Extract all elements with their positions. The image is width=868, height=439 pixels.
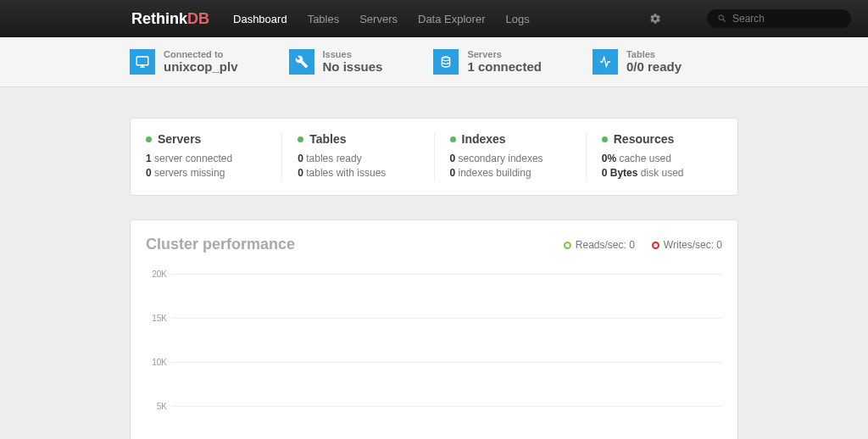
- col-indexes: Indexes 0 secondary indexes 0 indexes bu…: [435, 132, 587, 181]
- col-servers-title: Servers: [158, 132, 201, 146]
- status-servers-label: Servers: [467, 49, 542, 59]
- col-servers: Servers 1 server connected 0 servers mis…: [146, 132, 282, 181]
- status-dot-icon: [146, 136, 152, 142]
- search-wrap[interactable]: [707, 9, 851, 28]
- legend-reads: Reads/sec: 0: [576, 239, 635, 251]
- status-dot-icon: [450, 136, 456, 142]
- status-connected-label: Connected to: [164, 49, 238, 59]
- nav-tables[interactable]: Tables: [308, 13, 340, 25]
- monitor-icon: [130, 49, 155, 75]
- ytick: 5K: [147, 402, 167, 411]
- status-dot-icon: [298, 136, 303, 142]
- status-connected: Connected to unixcop_plv: [130, 49, 238, 75]
- ytick: 10K: [147, 358, 167, 367]
- legend-dot-writes: [652, 242, 659, 249]
- search-icon: [717, 14, 727, 24]
- col-resources-title: Resources: [614, 132, 675, 146]
- nav-servers[interactable]: Servers: [359, 13, 398, 25]
- summary-card: Servers 1 server connected 0 servers mis…: [130, 118, 738, 196]
- status-servers: Servers 1 connected: [433, 49, 542, 75]
- brand-b: DB: [187, 10, 209, 27]
- nav-logs[interactable]: Logs: [505, 13, 529, 25]
- legend-writes: Writes/sec: 0: [664, 239, 722, 251]
- status-issues: Issues No issues: [289, 49, 383, 75]
- perf-legend: Reads/sec: 0 Writes/sec: 0: [564, 239, 722, 251]
- status-tables-value: 0/0 ready: [626, 59, 682, 74]
- col-indexes-title: Indexes: [462, 132, 506, 146]
- status-connected-value: unixcop_plv: [164, 59, 238, 74]
- status-dot-icon: [602, 136, 608, 142]
- gear-icon[interactable]: [649, 13, 661, 25]
- wrench-icon: [289, 49, 314, 75]
- perf-chart: 20K 15K 10K 5K: [146, 265, 722, 439]
- brand-a: Rethink: [131, 10, 187, 27]
- ytick: 20K: [147, 270, 167, 279]
- perf-card: Cluster performance Reads/sec: 0 Writes/…: [130, 220, 738, 439]
- legend-dot-reads: [564, 242, 571, 249]
- col-tables-title: Tables: [309, 132, 346, 146]
- brand-logo: RethinkDB: [131, 10, 209, 28]
- nav-data-explorer[interactable]: Data Explorer: [418, 13, 485, 25]
- perf-title: Cluster performance: [146, 236, 295, 253]
- status-tables: Tables 0/0 ready: [593, 49, 682, 75]
- database-icon: [433, 49, 459, 75]
- col-tables: Tables 0 tables ready 0 tables with issu…: [282, 132, 434, 181]
- status-strip: Connected to unixcop_plv Issues No issue…: [0, 37, 868, 87]
- status-issues-value: No issues: [323, 59, 383, 74]
- search-input[interactable]: [732, 13, 841, 25]
- status-issues-label: Issues: [323, 49, 383, 59]
- status-servers-value: 1 connected: [467, 59, 542, 74]
- nav-dashboard[interactable]: Dashboard: [233, 13, 287, 25]
- topbar: RethinkDB Dashboard Tables Servers Data …: [0, 0, 868, 37]
- pulse-icon: [593, 49, 618, 75]
- ytick: 15K: [147, 314, 167, 323]
- status-tables-label: Tables: [626, 49, 682, 59]
- col-resources: Resources 0% cache used 0 Bytes disk use…: [587, 132, 722, 181]
- main-nav: Dashboard Tables Servers Data Explorer L…: [233, 13, 649, 25]
